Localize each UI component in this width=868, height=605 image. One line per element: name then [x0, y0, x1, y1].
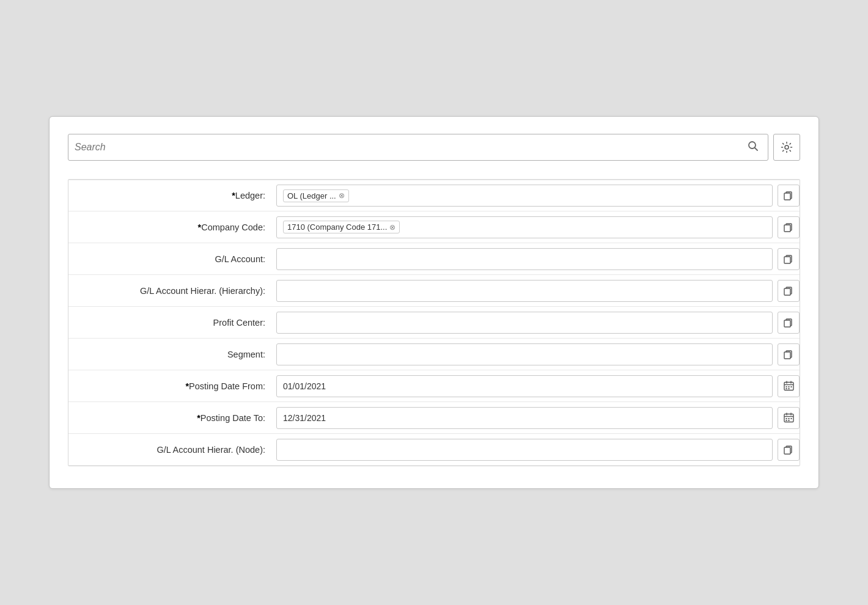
svg-rect-26 — [788, 420, 789, 421]
svg-rect-24 — [790, 418, 792, 419]
gl-account-input-box[interactable] — [276, 248, 773, 270]
posting-date-from-input-box[interactable]: 01/01/2021 — [276, 375, 773, 397]
gl-account-field-wrapper — [276, 244, 800, 274]
company-code-label: *Company Code: — [68, 222, 276, 232]
search-input-wrapper — [68, 134, 768, 161]
gear-icon — [781, 141, 793, 153]
posting-date-to-label: *Posting Date To: — [68, 413, 276, 423]
search-button[interactable] — [745, 140, 762, 155]
required-star-ledger: * — [232, 191, 235, 200]
copy-icon — [784, 445, 793, 455]
svg-rect-15 — [790, 386, 792, 387]
ledger-label: *Ledger: — [68, 191, 276, 200]
profit-center-label: Profit Center: — [68, 318, 276, 328]
settings-button[interactable] — [773, 134, 800, 161]
copy-icon — [784, 286, 793, 296]
segment-copy-button[interactable] — [778, 343, 800, 365]
copy-icon — [784, 254, 793, 264]
posting-date-to-value: 12/31/2021 — [283, 413, 326, 423]
gl-account-copy-button[interactable] — [778, 248, 800, 270]
svg-rect-25 — [785, 420, 787, 421]
gl-account-hier-node-label: G/L Account Hierar. (Node): — [68, 445, 276, 455]
form-row-gl-account: G/L Account: — [68, 243, 800, 275]
svg-rect-17 — [788, 388, 789, 389]
calendar-icon — [784, 413, 794, 423]
profit-center-field-wrapper — [276, 308, 800, 337]
svg-rect-8 — [784, 352, 790, 359]
svg-rect-7 — [784, 320, 790, 327]
company-code-field-wrapper: 1710 (Company Code 171... ⊗ — [276, 213, 800, 242]
posting-date-from-label: *Posting Date From: — [68, 381, 276, 391]
ledger-copy-button[interactable] — [778, 185, 800, 207]
svg-rect-4 — [784, 225, 790, 232]
ledger-input-box: OL (Ledger ... ⊗ — [276, 185, 773, 207]
svg-rect-16 — [785, 388, 787, 389]
svg-point-2 — [785, 145, 789, 149]
form-row-posting-date-from: *Posting Date From: 01/01/2021 — [68, 370, 800, 402]
form-section: *Ledger: OL (Ledger ... ⊗ — [68, 179, 800, 466]
svg-rect-23 — [788, 418, 789, 419]
search-bar-row — [68, 134, 800, 161]
copy-icon — [784, 222, 793, 232]
segment-label: Segment: — [68, 350, 276, 359]
company-code-tag-close[interactable]: ⊗ — [389, 223, 395, 232]
ledger-tag-close[interactable]: ⊗ — [339, 191, 345, 200]
ledger-field-wrapper: OL (Ledger ... ⊗ — [276, 181, 800, 210]
svg-rect-3 — [784, 193, 790, 200]
form-row-profit-center: Profit Center: — [68, 307, 800, 339]
svg-rect-6 — [784, 288, 790, 295]
posting-date-from-field-wrapper: 01/01/2021 — [276, 372, 800, 401]
form-row-segment: Segment: — [68, 339, 800, 370]
form-row-gl-account-hier: G/L Account Hierar. (Hierarchy): — [68, 275, 800, 307]
svg-line-1 — [755, 147, 757, 150]
calendar-icon — [784, 381, 794, 391]
svg-rect-5 — [784, 257, 790, 263]
company-code-input-box: 1710 (Company Code 171... ⊗ — [276, 216, 773, 238]
company-code-tag: 1710 (Company Code 171... ⊗ — [283, 221, 400, 233]
posting-date-to-calendar-button[interactable] — [778, 407, 800, 429]
gl-account-label: G/L Account: — [68, 254, 276, 264]
posting-date-to-input-box[interactable]: 12/31/2021 — [276, 407, 773, 429]
ledger-tag: OL (Ledger ... ⊗ — [283, 189, 349, 202]
svg-rect-13 — [785, 386, 787, 387]
svg-rect-27 — [784, 447, 790, 454]
svg-rect-14 — [788, 386, 789, 387]
posting-date-to-field-wrapper: 12/31/2021 — [276, 403, 800, 433]
gl-account-hier-node-copy-button[interactable] — [778, 439, 800, 461]
segment-field-wrapper — [276, 340, 800, 369]
svg-rect-22 — [785, 418, 787, 419]
gl-account-hier-node-input-box[interactable] — [276, 439, 773, 461]
gl-account-hier-input-box[interactable] — [276, 280, 773, 302]
profit-center-input-box[interactable] — [276, 312, 773, 334]
company-code-copy-button[interactable] — [778, 216, 800, 238]
form-row-posting-date-to: *Posting Date To: 12/31/2021 — [68, 402, 800, 434]
copy-icon — [784, 318, 793, 328]
gl-account-hier-node-field-wrapper — [276, 435, 800, 464]
required-star-posting-date-to: * — [197, 413, 200, 423]
gl-account-hier-copy-button[interactable] — [778, 280, 800, 302]
segment-input-box[interactable] — [276, 343, 773, 365]
copy-icon — [784, 191, 793, 200]
posting-date-from-value: 01/01/2021 — [283, 381, 326, 391]
copy-icon — [784, 350, 793, 359]
search-input[interactable] — [75, 142, 745, 153]
search-icon — [747, 140, 759, 152]
posting-date-from-calendar-button[interactable] — [778, 375, 800, 397]
form-row-gl-account-hier-node: G/L Account Hierar. (Node): — [68, 434, 800, 466]
required-star-posting-date-from: * — [185, 381, 189, 391]
required-star-company-code: * — [198, 222, 202, 232]
main-card: *Ledger: OL (Ledger ... ⊗ — [49, 116, 819, 489]
profit-center-copy-button[interactable] — [778, 312, 800, 334]
ledger-tag-text: OL (Ledger ... — [287, 191, 336, 200]
gl-account-hier-field-wrapper — [276, 276, 800, 306]
form-row-ledger: *Ledger: OL (Ledger ... ⊗ — [68, 180, 800, 211]
form-row-company-code: *Company Code: 1710 (Company Code 171...… — [68, 211, 800, 243]
company-code-tag-text: 1710 (Company Code 171... — [287, 222, 387, 232]
gl-account-hier-label: G/L Account Hierar. (Hierarchy): — [68, 286, 276, 296]
